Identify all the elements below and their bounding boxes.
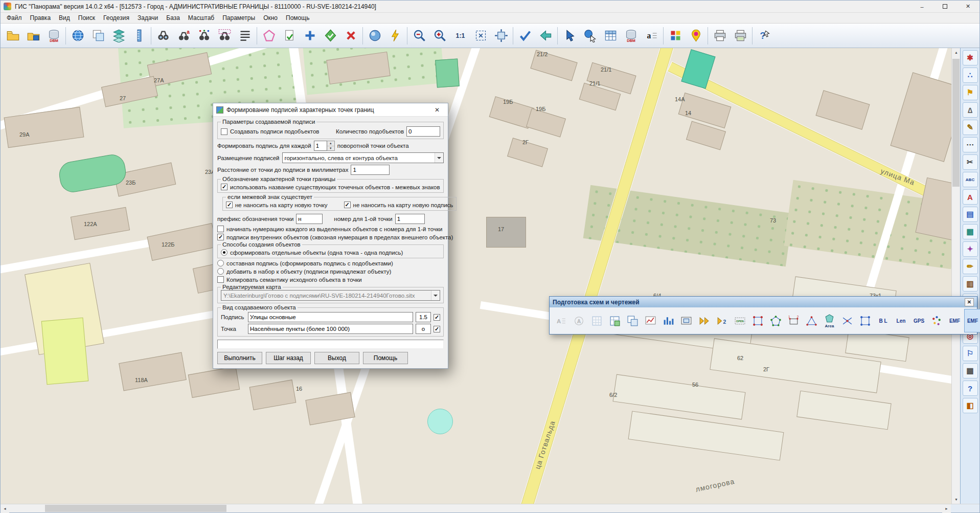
sphere-3d-icon[interactable]	[364, 25, 385, 47]
delete-object-icon[interactable]	[340, 25, 361, 47]
label-size-input[interactable]	[416, 312, 431, 322]
scroll-right-icon[interactable]: ►	[942, 504, 951, 513]
prefix-input[interactable]	[296, 214, 323, 224]
menu-item-Геодезия[interactable]: Геодезия	[99, 13, 133, 23]
menu-item-Поиск[interactable]: Поиск	[74, 13, 99, 23]
search-in-area-icon[interactable]	[214, 25, 235, 47]
edit-star-icon[interactable]: ✱	[963, 50, 978, 65]
scatter-points-icon[interactable]	[928, 309, 945, 332]
spin-down-icon[interactable]: ▼	[327, 146, 334, 151]
first-num-input[interactable]	[395, 214, 425, 224]
scale-1-1-icon[interactable]: 1:1	[450, 25, 470, 47]
scroll-left-icon[interactable]: ◄	[1, 504, 9, 513]
sheet-edit-icon[interactable]	[588, 309, 605, 332]
vertical-scrollbar[interactable]: ▲ ▼	[951, 48, 960, 504]
select-cursor-icon[interactable]	[559, 25, 580, 47]
zoom-in-icon[interactable]	[429, 25, 450, 47]
context-help-icon[interactable]: ?	[754, 25, 774, 47]
web-map-icon[interactable]	[580, 25, 600, 47]
skip-forward-2-icon[interactable]: 2	[714, 309, 731, 332]
open-frame-icon[interactable]: OPEN	[732, 309, 748, 332]
polygon-blue-nodes-icon[interactable]	[857, 309, 874, 332]
no-new-label-checkbox[interactable]	[344, 202, 351, 208]
more-tools-icon[interactable]: ⋯	[963, 137, 978, 152]
close-icon[interactable]: ✕	[956, 1, 979, 12]
select-contour-icon[interactable]	[259, 25, 279, 47]
use-existing-checkbox[interactable]	[221, 184, 227, 190]
export-emf-icon[interactable]: EMF	[946, 309, 963, 332]
cross-lines-icon[interactable]	[839, 309, 856, 332]
copy-map-icon[interactable]	[88, 25, 108, 47]
create-sub-checkbox[interactable]	[221, 128, 227, 135]
menu-item-Правка[interactable]: Правка	[26, 13, 55, 23]
label-type-input[interactable]	[248, 312, 413, 322]
text-circle-icon[interactable]: A	[571, 309, 587, 332]
spin-up-icon[interactable]: ▲	[327, 141, 334, 146]
method-separate-radio[interactable]	[221, 249, 227, 256]
measure-angle-icon[interactable]: ∆	[963, 102, 978, 118]
cut-scissors-icon[interactable]: ✂	[963, 154, 978, 170]
vertical-scroll-track[interactable]	[952, 57, 960, 495]
point-type-input[interactable]	[248, 324, 413, 334]
sheet-green-icon[interactable]	[606, 309, 623, 332]
skip-forward-icon[interactable]	[696, 309, 713, 332]
grid-tool-icon[interactable]: ▩	[963, 363, 978, 378]
menu-item-Помощь[interactable]: Помощь	[282, 13, 313, 23]
profile-chart-icon[interactable]	[642, 309, 659, 332]
copy-semantics-checkbox[interactable]	[217, 276, 224, 283]
method-composite-radio[interactable]	[217, 260, 224, 266]
horizontal-scroll-track[interactable]	[9, 504, 942, 512]
inner-labels-checkbox[interactable]	[217, 234, 224, 240]
restart-numbering-checkbox[interactable]	[217, 226, 224, 232]
method-append-radio[interactable]	[217, 268, 224, 275]
sheet-pair-icon[interactable]	[624, 309, 641, 332]
point-symbol-input[interactable]	[416, 324, 431, 334]
add-object-icon[interactable]	[300, 25, 320, 47]
text-labels-icon[interactable]: a	[641, 25, 662, 47]
flag-secondary-icon[interactable]: ⚐	[963, 346, 978, 361]
palette-icon[interactable]	[665, 25, 686, 47]
print-map-icon[interactable]	[730, 25, 750, 47]
every-input[interactable]	[314, 141, 327, 151]
topology-nodes-icon[interactable]: ∴	[963, 68, 978, 83]
search-by-name-icon[interactable]: a	[173, 25, 194, 47]
viewport-frame-icon[interactable]	[678, 309, 695, 332]
vertical-scroll-thumb[interactable]	[952, 59, 960, 187]
object-list-icon[interactable]	[235, 25, 255, 47]
pan-map-icon[interactable]	[491, 25, 511, 47]
menu-item-Масштаб[interactable]: Масштаб	[184, 13, 218, 23]
save-map-icon[interactable]	[23, 25, 43, 47]
gps-tool-icon[interactable]: GPS	[910, 309, 927, 332]
area-measure-icon[interactable]: Area	[821, 309, 838, 332]
scroll-up-icon[interactable]: ▲	[952, 48, 961, 57]
dbm-secondary-icon[interactable]: DBM	[621, 25, 641, 47]
menu-item-Окно[interactable]: Окно	[259, 13, 282, 23]
every-spinner[interactable]: ▲▼	[314, 141, 335, 151]
horizontal-scrollbar[interactable]: ◄ ►	[1, 504, 979, 512]
menu-item-Вид[interactable]: Вид	[55, 13, 74, 23]
horizontal-scroll-thumb[interactable]	[45, 505, 226, 512]
polygon-numbered-icon[interactable]: 12	[785, 309, 802, 332]
label-enable-checkbox[interactable]	[434, 314, 440, 321]
polygon-triangle-icon[interactable]	[803, 309, 820, 332]
length-measure-icon[interactable]: Len	[893, 309, 909, 332]
database-dbm-icon[interactable]: DBM	[43, 25, 64, 47]
draw-pencil-icon[interactable]: ✏	[963, 259, 978, 274]
text-merge-icon[interactable]: A	[553, 309, 569, 332]
menu-item-База[interactable]: База	[162, 13, 184, 23]
float-toolbar-title-bar[interactable]: Подготовка схем и чертежей ✕	[550, 297, 977, 307]
zoom-out-icon[interactable]	[409, 25, 429, 47]
style-palette-icon[interactable]: ✦	[963, 241, 978, 257]
distance-input[interactable]	[351, 165, 390, 175]
float-toolbar-close-icon[interactable]: ✕	[965, 298, 974, 306]
copy-sheet-icon[interactable]: ▤	[963, 207, 978, 222]
step-back-icon[interactable]	[535, 25, 556, 47]
combo-arrow-icon[interactable]	[435, 153, 443, 163]
print-icon[interactable]	[710, 25, 730, 47]
exit-button[interactable]: Выход	[314, 352, 359, 364]
step-back-button[interactable]: Шаг назад	[266, 352, 311, 364]
attribute-table-icon[interactable]	[600, 25, 621, 47]
search-icon[interactable]	[153, 25, 173, 47]
apply-icon[interactable]	[515, 25, 535, 47]
menu-item-Задачи[interactable]: Задачи	[133, 13, 162, 23]
